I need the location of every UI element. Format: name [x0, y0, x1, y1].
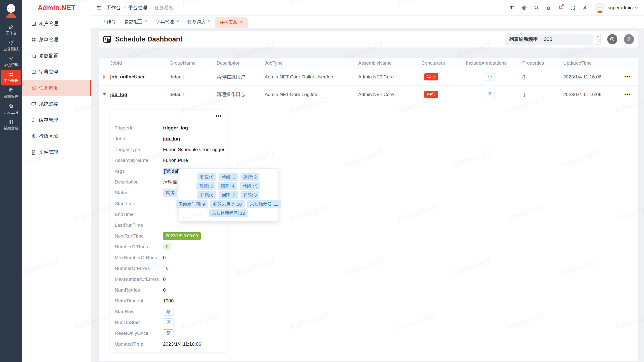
tab-label: 工作台: [102, 19, 116, 25]
breadcrumb-item-current: 任务看板: [155, 5, 174, 11]
help-button[interactable]: ?: [624, 34, 634, 44]
tab-workbench[interactable]: 工作台: [98, 15, 120, 28]
menu-item-param-config[interactable]: 参数配置: [22, 48, 91, 64]
clock-toggle-button[interactable]: [607, 34, 617, 44]
tab-task-dashboard[interactable]: 任务看板 ×: [215, 17, 248, 28]
stepper-down-icon[interactable]: [595, 39, 600, 45]
tab-dict-mgmt[interactable]: 字典管理 ×: [152, 15, 183, 28]
user-avatar[interactable]: [595, 3, 605, 13]
primary-sidebar: 工作台 业务测试 系统管理 平台管理 日志管理 开发工具 帮助文档: [0, 0, 22, 362]
status-legend-badge: 无触发时间: 9: [176, 200, 208, 208]
detail-row: NumRetries0: [110, 285, 227, 295]
job-id-link[interactable]: job_log: [163, 136, 180, 142]
breadcrumb-item[interactable]: 工作台: [106, 5, 121, 11]
search-icon[interactable]: [534, 5, 539, 10]
file-icon: [31, 150, 36, 155]
rail-item-dev-tools[interactable]: 开发工具: [1, 101, 21, 117]
menu-item-label: 菜单管理: [39, 36, 58, 43]
theme-shirt-icon[interactable]: [546, 5, 551, 10]
username-label[interactable]: superadmin: [608, 5, 633, 11]
notification-bell-icon[interactable]: [558, 5, 563, 10]
tab-label: 字典管理: [156, 19, 174, 25]
monitor-icon: [31, 101, 36, 107]
menu-item-dict-mgmt[interactable]: 字典管理: [22, 64, 91, 80]
group-name-cell: default: [170, 74, 217, 80]
number-of-errors-badge: 0: [163, 265, 171, 272]
description-cell: 清理操作日志: [217, 91, 265, 98]
close-icon[interactable]: ×: [145, 19, 147, 24]
font-size-icon[interactable]: TT: [510, 5, 515, 11]
tab-param-config[interactable]: 参数配置 ×: [120, 15, 152, 28]
menu-item-label: 行政区域: [39, 133, 58, 140]
menu-item-task-schedule[interactable]: 任务调度: [22, 80, 91, 96]
rail-item-label: 工作台: [6, 31, 17, 36]
rail-item-label: 日志管理: [4, 94, 19, 99]
bank-icon: [31, 21, 36, 26]
updated-time-cell: 2023/1/4 11:16:06: [563, 74, 624, 80]
table-row[interactable]: job_log default 清理操作日志 Admin.NET.Core.Lo…: [99, 86, 638, 103]
detail-row: TriggerIdtrigger_log: [110, 122, 227, 133]
reset-only-once-badge: 是: [163, 329, 174, 337]
status-legend-badge: 就绪*: 5: [240, 182, 260, 190]
detail-row: AssemblyNameFurion.Pure: [110, 155, 227, 166]
menu-item-label: 租户管理: [39, 20, 58, 27]
more-actions-icon[interactable]: •••: [624, 74, 630, 79]
notebook-icon: [9, 119, 14, 125]
column-header: JobId: [110, 60, 170, 66]
chevron-down-icon[interactable]: [634, 6, 638, 10]
menu-item-file-mgmt[interactable]: 文件管理: [22, 144, 91, 160]
menu-fold-icon[interactable]: [96, 5, 102, 11]
rail-item-business-test[interactable]: 业务测试: [1, 38, 21, 54]
column-header: Properties: [522, 60, 563, 66]
trigger-detail-card: ••• TriggerIdtrigger_log JobIdjob_log Tr…: [110, 110, 227, 352]
more-actions-icon[interactable]: •••: [216, 113, 222, 119]
menu-item-tenant-mgmt[interactable]: 租户管理: [22, 16, 91, 32]
collapse-row-icon[interactable]: [103, 93, 106, 96]
status-legend-badge: 初始未启动: 10: [210, 200, 244, 208]
expand-row-icon[interactable]: [103, 75, 106, 79]
rail-item-workbench[interactable]: 工作台: [1, 22, 21, 38]
menu-item-label: 缓存管理: [39, 117, 58, 123]
rail-item-system-mgmt[interactable]: 系统管理: [1, 54, 21, 70]
user-icon[interactable]: [582, 5, 587, 10]
more-actions-icon[interactable]: •••: [624, 92, 630, 97]
close-icon[interactable]: ×: [240, 20, 243, 25]
group-name-cell: default: [170, 92, 217, 97]
detail-row: MaxNumberOfErrors0: [110, 274, 227, 285]
close-icon[interactable]: ×: [208, 19, 211, 24]
trigger-id-link[interactable]: trigger_log: [163, 125, 188, 131]
table-row[interactable]: job_onlineUser default 清理在线用户 Admin.NET.…: [99, 68, 638, 86]
close-icon[interactable]: ×: [176, 19, 179, 24]
rail-item-help-docs[interactable]: 帮助文档: [1, 117, 21, 133]
rail-item-label: 系统管理: [4, 63, 19, 67]
tab-label: 参数配置: [124, 19, 142, 25]
menu-item-label: 字典管理: [39, 69, 58, 75]
table-header-row: JobId GroupName Description JobType Asse…: [99, 58, 638, 68]
include-annotations-tag: 否: [485, 73, 495, 80]
include-annotations-tag: 否: [485, 91, 495, 98]
menu-item-cache-mgmt[interactable]: 缓存管理: [22, 112, 91, 128]
menu-item-admin-region[interactable]: 行政区域: [22, 128, 91, 144]
breadcrumb-item[interactable]: 平台管理: [128, 5, 147, 11]
menu-item-label: 参数配置: [39, 53, 58, 59]
rail-item-log-mgmt[interactable]: 日志管理: [1, 85, 21, 101]
job-id-link[interactable]: job_log: [110, 92, 127, 97]
location-pin-icon: [31, 133, 36, 139]
menu-item-menu-mgmt[interactable]: 菜单管理: [22, 32, 91, 48]
status-badge[interactable]: 就绪: [163, 189, 177, 197]
stepper-up-icon[interactable]: [595, 34, 600, 39]
updated-time-cell: 2023/1/4 11:16:06: [563, 92, 624, 97]
fullscreen-icon[interactable]: [570, 5, 575, 10]
job-id-link[interactable]: job_onlineUser: [110, 74, 145, 79]
tab-task-schedule[interactable]: 任务调度 ×: [183, 15, 215, 28]
column-header: AssemblyName: [358, 60, 421, 66]
menu-item-label: 文件管理: [39, 149, 58, 156]
job-type-cell: Admin.NET.Core.LogJob: [265, 92, 358, 97]
menu-item-system-monitor[interactable]: 系统监控: [22, 96, 91, 112]
concurrent-tag: 串行: [424, 73, 438, 80]
column-header: Description: [217, 60, 265, 66]
rail-item-platform-mgmt[interactable]: 平台管理: [1, 70, 21, 85]
status-legend-popover: 积压: 0 就绪: 1 运行: 2 暂停: 3 阻塞: 4 就绪*: 5 归档:…: [178, 168, 278, 221]
refresh-rate-input[interactable]: 列表刷新频率 300: [505, 34, 593, 45]
language-icon[interactable]: [522, 5, 527, 10]
